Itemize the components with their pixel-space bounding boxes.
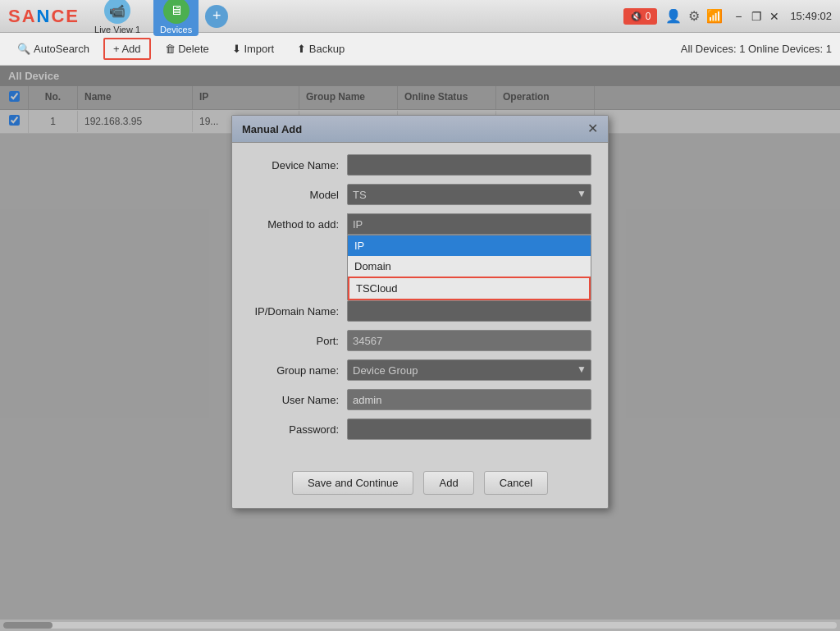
settings-icon: ⚙ bbox=[688, 8, 700, 24]
device-status: All Devices: 1 Online Devices: 1 bbox=[681, 43, 832, 55]
model-select-wrapper: TS ▼ bbox=[347, 184, 591, 205]
method-option-domain[interactable]: Domain bbox=[348, 256, 591, 277]
method-dropdown[interactable]: IP IP Domain TSCloud bbox=[347, 213, 591, 235]
method-row: Method to add: IP IP Domain TSCloud bbox=[249, 213, 591, 235]
username-label: User Name: bbox=[249, 394, 347, 406]
backup-button[interactable]: ⬆ Backup bbox=[288, 39, 354, 59]
group-select-wrapper: Device Group ▼ bbox=[347, 359, 591, 381]
port-input[interactable] bbox=[347, 330, 591, 351]
password-label: Password: bbox=[249, 423, 347, 436]
group-select[interactable]: Device Group bbox=[347, 359, 591, 381]
delete-button[interactable]: 🗑 Delete bbox=[156, 39, 218, 59]
title-bar-right: 🔇 0 👤 ⚙ 📶 − ❐ ✕ 15:49:02 bbox=[623, 8, 832, 25]
save-continue-button[interactable]: Save and Continue bbox=[292, 471, 414, 495]
autosearch-button[interactable]: 🔍 AutoSearch bbox=[8, 39, 98, 59]
group-row: Group name: Device Group ▼ bbox=[249, 359, 591, 381]
add-button[interactable]: + Add bbox=[103, 38, 151, 60]
manual-add-modal: Manual Add ✕ Device Name: Model TS ▼ bbox=[231, 115, 609, 509]
modal-header: Manual Add ✕ bbox=[232, 116, 608, 143]
username-input[interactable] bbox=[347, 389, 591, 410]
modal-footer: Save and Continue Add Cancel bbox=[232, 460, 608, 508]
method-option-tscloud[interactable]: TSCloud bbox=[348, 277, 591, 300]
scrollbar bbox=[0, 620, 840, 631]
cancel-button[interactable]: Cancel bbox=[484, 471, 548, 495]
device-name-row: Device Name: bbox=[249, 154, 591, 176]
main-content: All Device No. Name IP Group Name Online… bbox=[0, 66, 840, 631]
model-row: Model TS ▼ bbox=[249, 184, 591, 205]
modal-body: Device Name: Model TS ▼ Method to add: bbox=[232, 143, 608, 460]
method-label: Method to add: bbox=[249, 218, 347, 231]
nav-devices[interactable]: 🖥 Devices bbox=[153, 0, 199, 36]
method-dropdown-list: IP Domain TSCloud bbox=[347, 235, 591, 301]
ip-domain-input[interactable] bbox=[347, 300, 591, 322]
speaker-icon: 🔇 bbox=[630, 11, 642, 22]
method-option-ip[interactable]: IP bbox=[348, 235, 591, 256]
live-view-icon: 📹 bbox=[104, 0, 130, 24]
add-modal-button[interactable]: Add bbox=[423, 471, 473, 495]
title-bar: SANCE 📹 Live View 1 🖥 Devices + 🔇 0 👤 ⚙ … bbox=[0, 0, 840, 33]
model-label: Model bbox=[249, 189, 347, 201]
port-row: Port: bbox=[249, 330, 591, 351]
scrollbar-track[interactable] bbox=[3, 622, 837, 629]
password-input[interactable] bbox=[347, 418, 591, 440]
alarm-button[interactable]: 🔇 0 bbox=[623, 8, 658, 25]
window-controls: − ❐ ✕ bbox=[731, 9, 782, 24]
close-button[interactable]: ✕ bbox=[767, 9, 782, 24]
nav-live-view[interactable]: 📹 Live View 1 bbox=[88, 0, 147, 36]
method-dropdown-input: IP bbox=[347, 213, 591, 235]
search-icon: 🔍 bbox=[17, 43, 30, 55]
password-row: Password: bbox=[249, 418, 591, 440]
modal-overlay: Manual Add ✕ Device Name: Model TS ▼ bbox=[0, 66, 840, 631]
group-label: Group name: bbox=[249, 364, 347, 377]
device-name-input[interactable] bbox=[347, 154, 591, 176]
modal-close-button[interactable]: ✕ bbox=[587, 122, 598, 135]
time-display: 15:49:02 bbox=[790, 10, 832, 22]
restore-button[interactable]: ❐ bbox=[749, 9, 764, 24]
ip-domain-row: IP/Domain Name: bbox=[249, 300, 591, 322]
nav-icons: 📹 Live View 1 🖥 Devices + bbox=[88, 0, 228, 36]
network-icon: 📶 bbox=[706, 8, 723, 24]
devices-icon: 🖥 bbox=[163, 0, 189, 24]
toolbar: 🔍 AutoSearch + Add 🗑 Delete ⬇ Import ⬆ B… bbox=[0, 33, 840, 66]
user-icon: 👤 bbox=[665, 8, 682, 24]
minimize-button[interactable]: − bbox=[731, 9, 746, 24]
username-row: User Name: bbox=[249, 389, 591, 410]
ip-domain-label: IP/Domain Name: bbox=[249, 305, 347, 318]
port-label: Port: bbox=[249, 335, 347, 347]
title-bar-left: SANCE 📹 Live View 1 🖥 Devices + bbox=[8, 0, 228, 36]
add-nav-button[interactable]: + bbox=[205, 5, 228, 28]
app-logo: SANCE bbox=[8, 6, 80, 27]
device-name-label: Device Name: bbox=[249, 159, 347, 171]
model-select[interactable]: TS bbox=[347, 184, 591, 205]
modal-title: Manual Add bbox=[242, 123, 302, 135]
header-icons: 👤 ⚙ 📶 bbox=[665, 8, 723, 24]
import-button[interactable]: ⬇ Import bbox=[223, 39, 283, 59]
scrollbar-thumb[interactable] bbox=[3, 622, 52, 629]
